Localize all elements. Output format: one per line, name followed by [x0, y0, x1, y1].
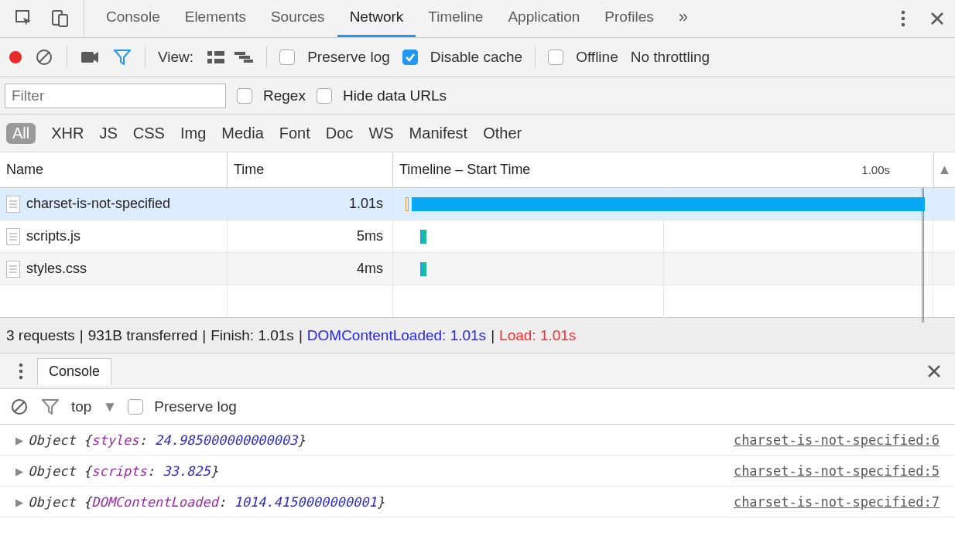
drawer-header: Console	[0, 353, 955, 389]
svg-point-4	[902, 17, 905, 21]
device-icon[interactable]	[50, 9, 70, 29]
document-icon	[6, 196, 20, 213]
record-icon[interactable]	[9, 51, 22, 63]
main-tabbar: Console Elements Sources Network Timelin…	[0, 0, 955, 38]
svg-point-16	[19, 369, 23, 373]
expand-icon[interactable]: ▶	[15, 463, 23, 479]
chip-ws[interactable]: WS	[368, 125, 393, 142]
table-row[interactable]: styles.css 4ms	[0, 253, 955, 285]
console-preserve-log-checkbox[interactable]	[128, 399, 143, 415]
waterfall-icon[interactable]	[234, 47, 254, 67]
chip-all[interactable]: All	[6, 123, 36, 144]
tab-sources[interactable]: Sources	[258, 0, 337, 37]
chip-css[interactable]: CSS	[133, 125, 165, 142]
request-grid: charset-is-not-specified 1.01s scripts.j…	[0, 188, 955, 318]
svg-rect-10	[207, 59, 212, 63]
offline-label: Offline	[576, 49, 618, 66]
preserve-log-checkbox[interactable]	[279, 50, 295, 65]
network-toolbar: View: Preserve log Disable cache Offline…	[0, 38, 955, 77]
tab-console[interactable]: Console	[94, 0, 173, 37]
col-time[interactable]: Time	[228, 152, 393, 187]
log-source[interactable]: charset-is-not-specified:5	[734, 463, 940, 479]
svg-point-3	[902, 11, 905, 15]
close-icon[interactable]	[927, 9, 947, 29]
console-clear-icon[interactable]	[9, 397, 29, 417]
timeline-tick: 1.00s	[861, 163, 890, 176]
log-value: 1014.4150000000001	[234, 494, 376, 510]
row-timeline	[393, 220, 933, 252]
throttling-select[interactable]: No throttling	[631, 49, 710, 66]
filter-bar: Regex Hide data URLs	[0, 77, 955, 114]
log-object: Object	[28, 432, 75, 448]
console-preserve-log-label: Preserve log	[154, 398, 237, 415]
filter-input[interactable]	[5, 84, 226, 108]
log-source[interactable]: charset-is-not-specified:6	[734, 432, 940, 448]
table-row[interactable]: scripts.js 5ms	[0, 220, 955, 253]
summary-requests: 3 requests	[6, 327, 75, 344]
drawer-tab-console[interactable]: Console	[37, 358, 111, 385]
disable-cache-checkbox[interactable]	[402, 50, 418, 65]
log-key: scripts	[91, 463, 147, 479]
chip-media[interactable]: Media	[221, 125, 263, 142]
row-timeline	[393, 188, 933, 220]
col-timeline-label: Timeline – Start Time	[399, 162, 530, 178]
console-toolbar: top ▼ Preserve log	[0, 389, 955, 425]
console-filter-icon[interactable]	[40, 397, 60, 417]
log-source[interactable]: charset-is-not-specified:7	[734, 494, 940, 510]
console-context-select[interactable]: top	[71, 398, 91, 415]
filter-icon[interactable]	[112, 47, 132, 67]
log-value: 33.825	[163, 463, 210, 479]
regex-checkbox[interactable]	[237, 88, 252, 104]
sort-indicator-icon[interactable]: ▲	[933, 152, 955, 187]
svg-rect-13	[239, 56, 250, 59]
chip-js[interactable]: JS	[99, 125, 117, 142]
svg-point-5	[902, 23, 905, 27]
row-time: 4ms	[228, 253, 393, 285]
col-timeline[interactable]: Timeline – Start Time 1.00s	[393, 152, 933, 187]
chip-doc[interactable]: Doc	[326, 125, 354, 142]
table-row[interactable]: charset-is-not-specified 1.01s	[0, 188, 955, 220]
row-name: scripts.js	[26, 228, 80, 244]
expand-icon[interactable]: ▶	[15, 494, 23, 510]
svg-rect-9	[214, 51, 224, 56]
chip-font[interactable]: Font	[279, 125, 310, 142]
row-time: 5ms	[228, 220, 393, 252]
expand-icon[interactable]: ▶	[15, 432, 23, 448]
tab-network[interactable]: Network	[337, 0, 416, 37]
drawer-close-icon[interactable]	[924, 361, 944, 381]
hide-data-urls-checkbox[interactable]	[317, 88, 332, 104]
log-row[interactable]: ▶ Object {styles: 24.985000000000003} ch…	[0, 425, 955, 456]
chip-other[interactable]: Other	[483, 125, 522, 142]
summary-dcl: DOMContentLoaded: 1.01s	[307, 327, 486, 344]
log-value: 24.985000000000003	[155, 432, 297, 448]
hide-data-urls-label: Hide data URLs	[343, 87, 447, 104]
summary-bar: 3 requests | 931B transferred | Finish: …	[0, 318, 955, 353]
inspect-icon[interactable]	[14, 9, 34, 29]
drawer-kebab-icon[interactable]	[11, 361, 31, 381]
summary-finish: Finish: 1.01s	[211, 327, 294, 344]
log-row[interactable]: ▶ Object {scripts: 33.825} charset-is-no…	[0, 456, 955, 487]
chip-manifest[interactable]: Manifest	[409, 125, 468, 142]
large-rows-icon[interactable]	[206, 47, 226, 67]
tab-timeline[interactable]: Timeline	[416, 0, 495, 37]
col-name[interactable]: Name	[0, 152, 228, 187]
kebab-menu-icon[interactable]	[893, 9, 913, 29]
svg-rect-7	[81, 52, 94, 63]
view-label: View:	[158, 49, 193, 66]
tabs-overflow-icon[interactable]: »	[666, 0, 700, 37]
document-icon	[6, 228, 20, 245]
document-icon	[6, 261, 20, 278]
chip-xhr[interactable]: XHR	[51, 125, 84, 142]
chevron-down-icon[interactable]: ▼	[102, 398, 117, 415]
camera-icon[interactable]	[80, 47, 100, 67]
clear-icon[interactable]	[34, 47, 54, 67]
log-key: DOMContentLoaded	[91, 494, 218, 510]
tab-elements[interactable]: Elements	[173, 0, 258, 37]
log-row[interactable]: ▶ Object {DOMContentLoaded: 1014.4150000…	[0, 487, 955, 517]
tab-profiles[interactable]: Profiles	[592, 0, 666, 37]
tab-application[interactable]: Application	[495, 0, 592, 37]
chip-img[interactable]: Img	[180, 125, 206, 142]
svg-rect-2	[59, 15, 67, 26]
offline-checkbox[interactable]	[548, 50, 563, 65]
svg-point-15	[19, 363, 23, 367]
